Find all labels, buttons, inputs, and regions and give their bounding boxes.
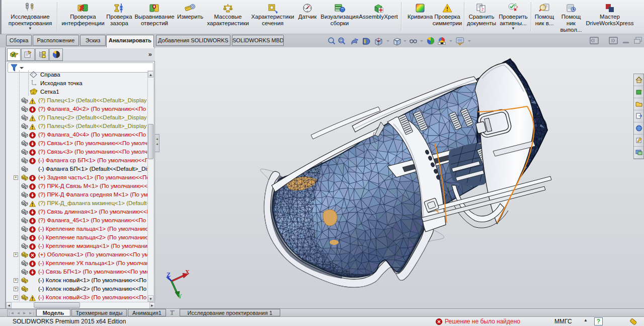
svg-text:Z: Z bbox=[167, 271, 171, 278]
svg-text:Y: Y bbox=[178, 293, 182, 300]
svg-text:X: X bbox=[185, 269, 190, 276]
